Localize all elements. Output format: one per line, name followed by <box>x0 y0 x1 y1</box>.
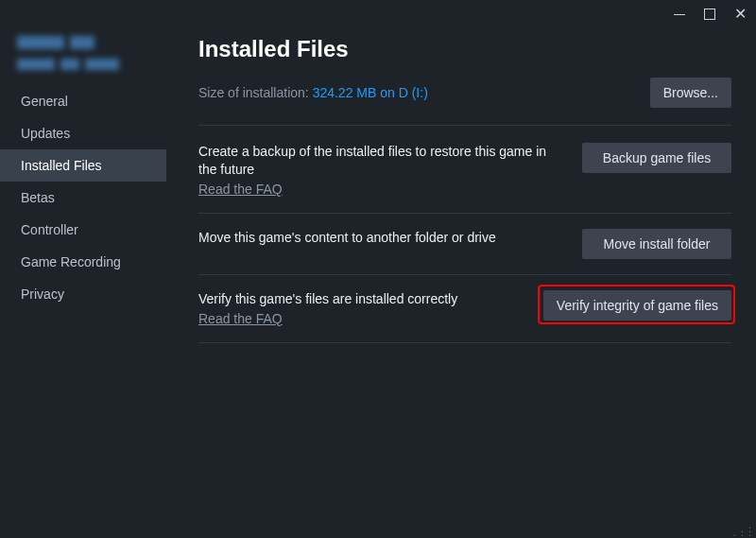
minimize-icon[interactable] <box>673 8 686 21</box>
main-layout: General Updates Installed Files Betas Co… <box>0 28 756 538</box>
sidebar-item-privacy[interactable]: Privacy <box>0 278 166 310</box>
verify-row: Verify this game's files are installed c… <box>198 290 731 343</box>
verify-faq-link[interactable]: Read the FAQ <box>198 311 283 326</box>
install-size-row: Size of installation: 324.22 MB on D (I:… <box>198 78 731 126</box>
sidebar-item-installed-files[interactable]: Installed Files <box>0 149 166 182</box>
game-title-blurred <box>0 32 166 85</box>
backup-row: Create a backup of the installed files t… <box>198 143 731 214</box>
sidebar-item-betas[interactable]: Betas <box>0 182 166 214</box>
sidebar-item-general[interactable]: General <box>0 85 166 117</box>
move-install-folder-button[interactable]: Move install folder <box>582 229 731 259</box>
backup-faq-link[interactable]: Read the FAQ <box>198 182 283 197</box>
resize-grip-icon[interactable]: . . . . . . <box>733 523 752 534</box>
sidebar-item-updates[interactable]: Updates <box>0 117 166 149</box>
move-description: Move this game's content to another fold… <box>198 229 563 247</box>
backup-game-files-button[interactable]: Backup game files <box>582 143 731 173</box>
sidebar: General Updates Installed Files Betas Co… <box>0 28 166 538</box>
titlebar: ✕ <box>0 0 756 28</box>
maximize-icon[interactable] <box>703 8 716 21</box>
page-title: Installed Files <box>198 36 731 62</box>
verify-description: Verify this game's files are installed c… <box>198 290 524 308</box>
content-panel: Installed Files Size of installation: 32… <box>166 28 756 538</box>
sidebar-item-controller[interactable]: Controller <box>0 214 166 246</box>
sidebar-item-game-recording[interactable]: Game Recording <box>0 246 166 278</box>
backup-description: Create a backup of the installed files t… <box>198 143 563 179</box>
browse-button[interactable]: Browse... <box>650 78 731 108</box>
close-icon[interactable]: ✕ <box>733 8 747 21</box>
move-row: Move this game's content to another fold… <box>198 229 731 275</box>
verify-integrity-button[interactable]: Verify integrity of game files <box>543 290 731 321</box>
install-size-value: 324.22 MB on D (I:) <box>313 85 428 100</box>
install-size-label: Size of installation: <box>198 85 313 100</box>
